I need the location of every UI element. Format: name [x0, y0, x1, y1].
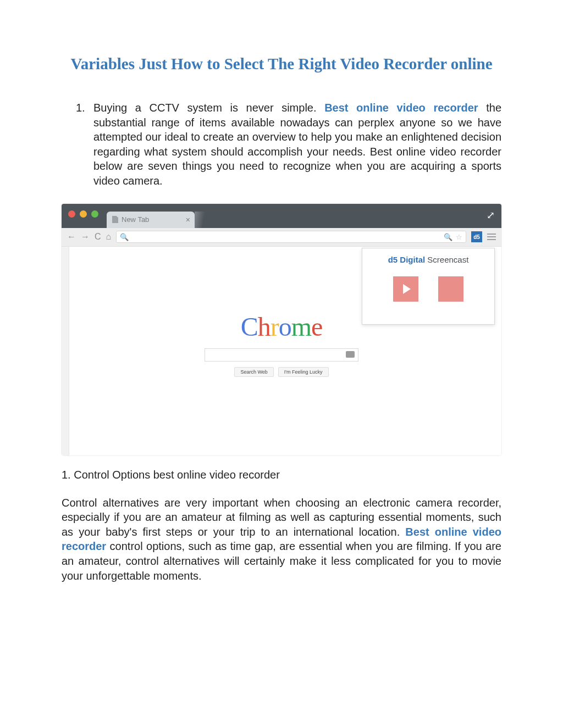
document-icon	[112, 216, 118, 223]
intro-link[interactable]: Best online video recorder	[324, 102, 478, 114]
list-number: 1.	[76, 101, 85, 115]
feeling-lucky-button[interactable]: I'm Feeling Lucky	[278, 367, 329, 377]
play-icon	[403, 284, 411, 294]
para-post: control options, such as time gap, are e…	[62, 540, 501, 581]
popup-title: d5 Digital Screencast	[362, 248, 494, 264]
browser-tab[interactable]: New Tab ×	[107, 212, 195, 228]
browser-toolbar: ← → C ⌂ 🔍 🔍 ☆ d5	[62, 228, 501, 247]
document-title: Variables Just How to Select The Right V…	[62, 55, 501, 73]
sidebar-sliver	[62, 247, 69, 455]
section-heading: 1. Control Options best online video rec…	[62, 469, 501, 481]
window-controls	[68, 210, 98, 218]
forward-icon[interactable]: →	[81, 232, 90, 242]
extension-button[interactable]: d5	[471, 231, 482, 242]
close-tab-icon[interactable]: ×	[186, 215, 190, 224]
zoom-icon[interactable]: 🔍	[444, 233, 452, 241]
body-paragraph: Control alternatives are very important …	[62, 496, 501, 583]
intro-list-item: 1. Buying a CCTV system is never simple.…	[62, 101, 501, 188]
record-play-button[interactable]	[393, 276, 418, 302]
window-titlebar: New Tab × ⤢	[62, 204, 501, 228]
intro-text-post: the substantial range of items available…	[93, 102, 501, 187]
home-icon[interactable]: ⌂	[106, 232, 112, 242]
maximize-window-icon[interactable]	[91, 210, 98, 218]
tab-label: New Tab	[122, 215, 149, 224]
bookmark-star-icon[interactable]: ☆	[456, 233, 462, 241]
new-tab-button[interactable]	[195, 212, 207, 228]
keyboard-icon[interactable]	[346, 351, 355, 358]
browser-screenshot: New Tab × ⤢ ← → C ⌂ 🔍 🔍 ☆ d5	[62, 204, 501, 455]
browser-viewport: Chrome Search Web I'm Feeling Lucky d5 D…	[62, 247, 501, 455]
minimize-window-icon[interactable]	[80, 210, 87, 218]
address-bar[interactable]: 🔍 🔍 ☆	[116, 231, 466, 243]
intro-text-pre: Buying a CCTV system is never simple.	[93, 102, 324, 114]
google-search-input[interactable]	[205, 348, 358, 362]
fullscreen-icon[interactable]: ⤢	[487, 209, 495, 221]
search-web-button[interactable]: Search Web	[234, 367, 273, 377]
menu-icon[interactable]	[487, 234, 496, 240]
back-icon[interactable]: ←	[67, 232, 76, 242]
extension-popup: d5 Digital Screencast	[362, 248, 495, 325]
record-stop-button[interactable]	[438, 276, 463, 302]
close-window-icon[interactable]	[68, 210, 75, 218]
search-icon: 🔍	[120, 233, 129, 241]
reload-icon[interactable]: C	[95, 232, 101, 242]
